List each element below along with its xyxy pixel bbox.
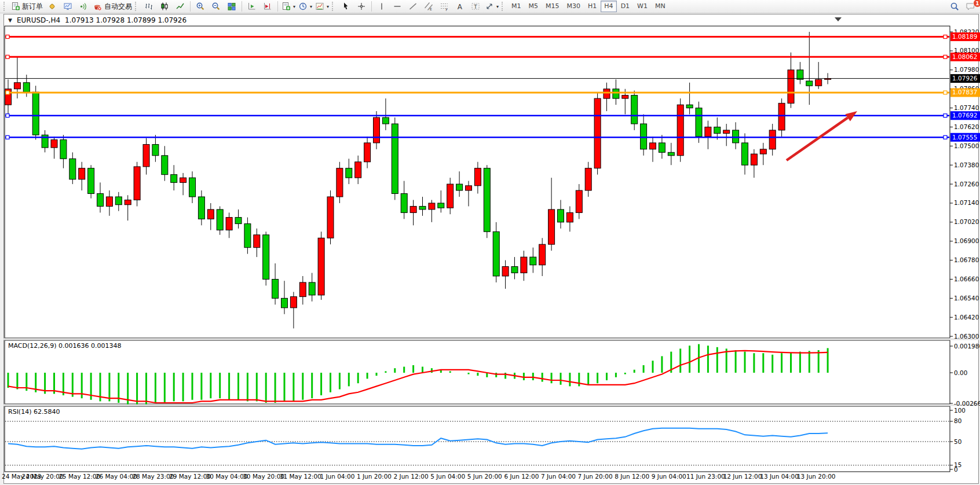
auto-scroll-icon bbox=[247, 2, 257, 11]
chart-menu-icon[interactable]: ▼ bbox=[8, 17, 12, 23]
horizontal-line-tool-button[interactable] bbox=[390, 1, 405, 12]
rsi-indicator-label: RSI(14) 62.5840 bbox=[8, 408, 60, 416]
toolbar-grip bbox=[332, 2, 335, 11]
periods-button[interactable]: ▾ bbox=[297, 1, 313, 12]
clock-icon bbox=[298, 2, 308, 11]
macd-indicator-label: MACD(12,26,9) 0.001636 0.001348 bbox=[8, 342, 122, 350]
chart-shift-button[interactable] bbox=[260, 1, 275, 12]
toolbar-separator bbox=[242, 1, 242, 12]
toolbar-grip bbox=[135, 2, 138, 11]
arrows-tool-button[interactable]: ▾ bbox=[484, 1, 500, 12]
yellow-cube-icon bbox=[47, 2, 57, 11]
tile-windows-button[interactable] bbox=[224, 1, 239, 12]
svg-text:T: T bbox=[473, 4, 477, 10]
toolbar-separator bbox=[190, 1, 191, 12]
cursor-tool-button[interactable] bbox=[338, 1, 353, 12]
timeframe-d1-button[interactable]: D1 bbox=[617, 1, 633, 12]
chart-title-ohlc: 1.07913 1.07928 1.07899 1.07926 bbox=[65, 16, 187, 24]
price-axis[interactable] bbox=[950, 26, 979, 472]
text-tool-button[interactable]: A bbox=[452, 1, 467, 12]
chat-button[interactable]: 1 bbox=[963, 1, 978, 12]
market-watch-button[interactable] bbox=[45, 1, 60, 12]
equidistant-channel-tool-button[interactable]: E bbox=[421, 1, 436, 12]
timeframe-m1-button[interactable]: M1 bbox=[508, 1, 525, 12]
new-chart-icon bbox=[281, 2, 291, 11]
terminal-window-button[interactable] bbox=[60, 1, 75, 12]
fibonacci-icon: F bbox=[440, 2, 449, 11]
autotrading-icon bbox=[93, 2, 103, 11]
zoom-out-button[interactable] bbox=[209, 1, 224, 12]
chart-title-bar[interactable]: ▼ EURUSD-,H4 1.07913 1.07928 1.07899 1.0… bbox=[8, 16, 187, 24]
fibonacci-tool-button[interactable]: F bbox=[437, 1, 452, 12]
monitor-chart-icon bbox=[63, 2, 72, 11]
search-icon bbox=[950, 2, 960, 12]
horizontal-line-icon bbox=[393, 2, 402, 11]
timeframe-m5-button[interactable]: M5 bbox=[525, 1, 542, 12]
zoom-in-icon bbox=[196, 2, 205, 11]
timeframe-h1-button[interactable]: H1 bbox=[584, 1, 600, 12]
line-chart-mode-button[interactable] bbox=[173, 1, 188, 12]
timeframe-mn-button[interactable]: MN bbox=[652, 1, 669, 12]
templates-button[interactable]: ▾ bbox=[314, 1, 330, 12]
new-order-label: 新订单 bbox=[22, 2, 43, 12]
candlestick-icon bbox=[160, 2, 169, 11]
trendline-tool-button[interactable] bbox=[405, 1, 420, 12]
bar-chart-icon bbox=[144, 2, 153, 11]
timeframe-m30-button[interactable]: M30 bbox=[564, 1, 584, 12]
timeframe-h4-button[interactable]: H4 bbox=[601, 1, 616, 12]
chart-shift-icon bbox=[263, 2, 272, 11]
vertical-line-tool-button[interactable] bbox=[374, 1, 389, 12]
signal-icon bbox=[79, 2, 88, 11]
crosshair-tool-button[interactable] bbox=[354, 1, 369, 12]
chevron-down-icon: ▾ bbox=[293, 4, 295, 9]
chart-canvas[interactable]: 1.082201.081001.079801.078601.077401.076… bbox=[0, 0, 980, 485]
svg-text:F: F bbox=[446, 8, 448, 12]
time-axis[interactable] bbox=[5, 472, 950, 483]
template-icon bbox=[315, 2, 324, 11]
toolbar-separator bbox=[277, 1, 278, 12]
main-toolbar: 新订单 自动交易 ▾ ▾ bbox=[0, 0, 980, 13]
bar-chart-mode-button[interactable] bbox=[141, 1, 156, 12]
autotrading-label: 自动交易 bbox=[104, 2, 132, 12]
svg-text:E: E bbox=[430, 7, 432, 11]
chat-notification-badge: 1 bbox=[973, 0, 980, 8]
text-label-icon: T bbox=[471, 2, 480, 11]
toolbar-grip bbox=[502, 2, 505, 11]
zoom-out-icon bbox=[211, 2, 221, 11]
autotrading-button[interactable]: 自动交易 bbox=[92, 1, 133, 12]
chart-title-symbol: EURUSD-,H4 bbox=[17, 16, 60, 24]
text-icon: A bbox=[455, 2, 465, 11]
arrows-icon bbox=[485, 2, 494, 11]
chevron-down-icon: ▾ bbox=[327, 4, 329, 9]
auto-scroll-button[interactable] bbox=[244, 1, 259, 12]
timeframe-m15-button[interactable]: M15 bbox=[542, 1, 563, 12]
mt4-terminal: { "toolbar": { "new_order_label": "新订单",… bbox=[0, 0, 980, 485]
text-label-tool-button[interactable]: T bbox=[468, 1, 483, 12]
tile-windows-icon bbox=[227, 2, 236, 11]
vertical-line-icon bbox=[377, 2, 386, 11]
cursor-icon bbox=[341, 2, 350, 11]
crosshair-icon bbox=[357, 2, 366, 11]
candlestick-mode-button[interactable] bbox=[157, 1, 172, 12]
chevron-down-icon: ▾ bbox=[496, 4, 499, 9]
search-button[interactable] bbox=[947, 1, 962, 12]
svg-text:A: A bbox=[458, 3, 463, 11]
signals-button[interactable] bbox=[76, 1, 91, 12]
trendline-icon bbox=[408, 2, 418, 11]
zoom-in-button[interactable] bbox=[193, 1, 208, 12]
line-chart-icon bbox=[175, 2, 185, 11]
toolbar-separator bbox=[371, 1, 372, 12]
chevron-down-icon: ▾ bbox=[310, 4, 312, 9]
new-order-button[interactable]: 新订单 bbox=[10, 1, 44, 12]
timeframe-w1-button[interactable]: W1 bbox=[634, 1, 651, 12]
channel-icon: E bbox=[424, 2, 433, 11]
new-chart-button[interactable]: ▾ bbox=[280, 1, 297, 12]
new-order-icon bbox=[11, 2, 20, 11]
toolbar-grip bbox=[3, 2, 7, 11]
